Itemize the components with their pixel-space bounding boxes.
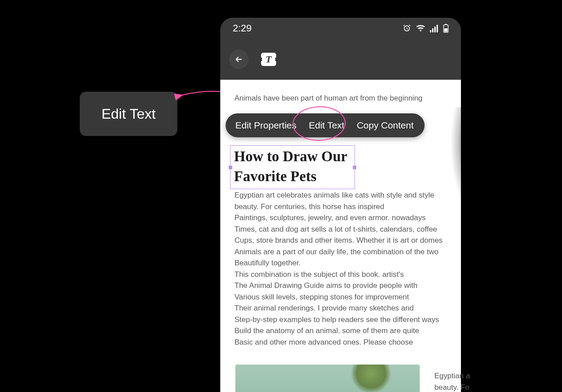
svg-rect-1 xyxy=(430,30,431,32)
svg-rect-7 xyxy=(445,28,448,32)
body-line: The Animal Drawing Guide aims to provide… xyxy=(234,280,442,291)
next-page-peek[interactable] xyxy=(445,107,461,347)
body-line: Beautifully together. xyxy=(234,257,442,269)
wifi-icon xyxy=(416,24,425,32)
body-line: Egyptian art celebrates animals like cat… xyxy=(234,190,442,201)
menu-edit-text[interactable]: Edit Text xyxy=(309,120,344,131)
body-line: Basic and other more advanced ones. Plea… xyxy=(234,337,442,348)
svg-rect-2 xyxy=(432,28,433,32)
document-title: How to Draw Our Favorite Pets xyxy=(234,147,351,186)
body-line: Cups, store brands and other items. Whet… xyxy=(234,235,442,246)
document-image xyxy=(235,365,420,392)
body-line: Times, cat and dog art sells a lot of t-… xyxy=(234,224,442,235)
body-line: This combination is the subject of this … xyxy=(234,269,442,280)
body-line: Their animal renderings. I provide many … xyxy=(234,303,442,314)
selected-text-box[interactable]: How to Draw Our Favorite Pets xyxy=(230,145,355,189)
selection-handle-left[interactable] xyxy=(229,166,232,169)
svg-rect-3 xyxy=(434,27,436,32)
selection-handle-right[interactable] xyxy=(353,166,356,169)
next-page-image xyxy=(445,107,461,230)
context-menu: Edit Properties Edit Text Copy Content xyxy=(226,113,425,137)
callout-label: Edit Text xyxy=(101,106,156,122)
battery-icon xyxy=(443,24,449,33)
body-line: Various skill levels, stepping stones fo… xyxy=(234,291,442,303)
body-line: Animals are a part of our daily life, th… xyxy=(234,246,442,258)
text-tool-button[interactable]: T xyxy=(261,53,276,66)
image-plant-detail xyxy=(349,365,393,392)
back-arrow-icon xyxy=(234,54,244,64)
body-line: beauty. For centuries, this horse has in… xyxy=(234,201,442,213)
body-line: Step-by-step examples to help readers se… xyxy=(234,314,442,326)
signal-icon xyxy=(430,24,439,32)
phone-frame: 2:29 T Animals have been part of human a… xyxy=(220,18,461,392)
text-tool-glyph: T xyxy=(265,54,271,65)
back-button[interactable] xyxy=(229,50,249,69)
body-line: Paintings, sculptures, jewelry, and even… xyxy=(234,212,442,224)
menu-copy-content[interactable]: Copy Content xyxy=(357,120,414,131)
body-line: Build the anatomy of an animal. some of … xyxy=(234,325,442,337)
callout-tooltip: Edit Text xyxy=(80,92,177,136)
menu-edit-properties[interactable]: Edit Properties xyxy=(235,120,297,131)
app-bar: T xyxy=(220,39,461,80)
status-time: 2:29 xyxy=(233,23,252,34)
intro-text: Animals have been part of human art from… xyxy=(234,94,447,103)
svg-rect-6 xyxy=(445,24,447,25)
menu-more-button[interactable] xyxy=(426,119,432,132)
status-bar: 2:29 xyxy=(220,18,461,39)
alarm-icon xyxy=(402,24,411,33)
next-page-text: Egyptian a beauty. Fo xyxy=(434,370,470,392)
svg-rect-4 xyxy=(437,25,438,32)
document-canvas[interactable]: Animals have been part of human art from… xyxy=(220,80,461,392)
document-body: Egyptian art celebrates animals like cat… xyxy=(234,190,442,348)
status-icons xyxy=(402,24,449,33)
